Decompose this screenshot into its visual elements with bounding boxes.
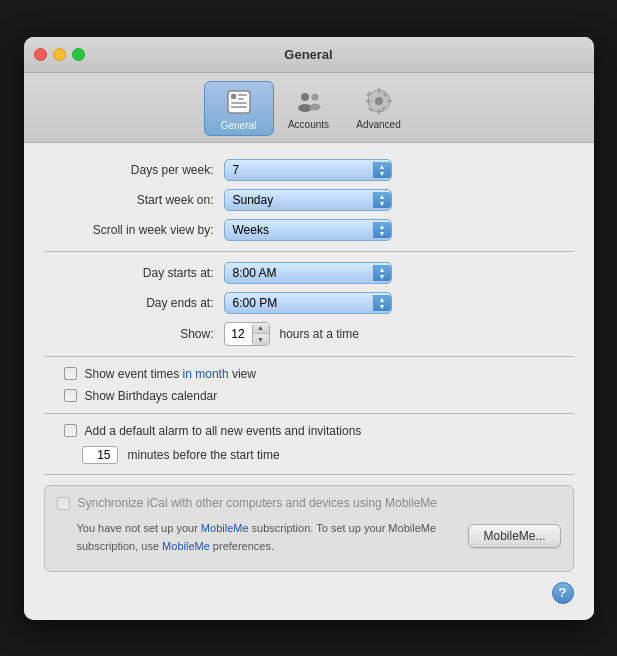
minutes-suffix: minutes before the start time xyxy=(128,448,280,462)
stepper-buttons: ▲ ▼ xyxy=(253,323,269,345)
days-per-week-row: Days per week: 7 ▲ ▼ xyxy=(44,159,574,181)
general-icon xyxy=(223,86,255,118)
day-ends-row: Day ends at: 6:00 PM ▲ ▼ xyxy=(44,292,574,314)
general-label: General xyxy=(221,120,257,131)
accounts-icon xyxy=(293,85,325,117)
help-button[interactable]: ? xyxy=(552,582,574,604)
minimize-button[interactable] xyxy=(53,48,66,61)
arrow-down-icon: ▼ xyxy=(379,303,386,310)
show-label: Show: xyxy=(44,327,224,341)
svg-point-11 xyxy=(375,97,383,105)
add-alarm-label: Add a default alarm to all new events an… xyxy=(85,424,362,438)
divider-2 xyxy=(44,356,574,357)
start-week-arrows[interactable]: ▲ ▼ xyxy=(373,192,391,208)
mobileme-highlight-1: MobileMe xyxy=(201,522,249,534)
advanced-icon xyxy=(363,85,395,117)
alarm-minutes-row: minutes before the start time xyxy=(44,446,574,464)
advanced-label: Advanced xyxy=(356,119,400,130)
hours-value: 12 xyxy=(225,325,253,343)
start-week-select[interactable]: Sunday ▲ ▼ xyxy=(224,189,392,211)
sync-checkbox[interactable] xyxy=(57,497,70,510)
arrow-up-icon: ▲ xyxy=(379,163,386,170)
day-starts-select[interactable]: 8:00 AM ▲ ▼ xyxy=(224,262,392,284)
toolbar-item-general[interactable]: General xyxy=(204,81,274,136)
close-button[interactable] xyxy=(34,48,47,61)
svg-rect-15 xyxy=(387,100,392,102)
day-starts-label: Day starts at: xyxy=(44,266,224,280)
show-hours-control: 12 ▲ ▼ hours at a time xyxy=(224,322,359,346)
day-starts-control: 8:00 AM ▲ ▼ xyxy=(224,262,392,284)
scroll-week-control: Weeks ▲ ▼ xyxy=(224,219,392,241)
day-starts-arrows[interactable]: ▲ ▼ xyxy=(373,265,391,281)
start-week-value: Sunday xyxy=(233,193,373,207)
show-birthdays-checkbox[interactable] xyxy=(64,389,77,402)
divider-1 xyxy=(44,251,574,252)
help-row: ? xyxy=(44,582,574,604)
show-event-times-label: Show event times in month view xyxy=(85,367,256,381)
svg-rect-1 xyxy=(231,94,236,99)
mobileme-info-row: You have not set up your MobileMe subscr… xyxy=(57,518,561,555)
mobileme-section: Synchronize iCal with other computers an… xyxy=(44,485,574,572)
toolbar-item-accounts[interactable]: Accounts xyxy=(274,81,344,136)
svg-rect-4 xyxy=(231,102,247,104)
add-alarm-row: Add a default alarm to all new events an… xyxy=(44,424,574,438)
divider-4 xyxy=(44,474,574,475)
arrow-down-icon: ▼ xyxy=(379,230,386,237)
hours-stepper[interactable]: 12 ▲ ▼ xyxy=(224,322,270,346)
scroll-week-arrows[interactable]: ▲ ▼ xyxy=(373,222,391,238)
days-per-week-arrows[interactable]: ▲ ▼ xyxy=(373,162,391,178)
start-week-row: Start week on: Sunday ▲ ▼ xyxy=(44,189,574,211)
svg-point-9 xyxy=(309,103,320,110)
days-per-week-control: 7 ▲ ▼ xyxy=(224,159,392,181)
arrow-down-icon: ▼ xyxy=(379,200,386,207)
day-ends-select[interactable]: 6:00 PM ▲ ▼ xyxy=(224,292,392,314)
accounts-label: Accounts xyxy=(288,119,329,130)
sync-label: Synchronize iCal with other computers an… xyxy=(78,496,438,510)
scroll-week-label: Scroll in week view by: xyxy=(44,223,224,237)
toolbar-item-advanced[interactable]: Advanced xyxy=(344,81,414,136)
hours-suffix: hours at a time xyxy=(280,327,359,341)
svg-rect-12 xyxy=(378,88,380,93)
toolbar: General Accounts xyxy=(24,73,594,143)
svg-rect-3 xyxy=(238,98,244,100)
day-ends-arrows[interactable]: ▲ ▼ xyxy=(373,295,391,311)
scroll-week-value: Weeks xyxy=(233,223,373,237)
arrow-up-icon: ▲ xyxy=(379,266,386,273)
days-per-week-select[interactable]: 7 ▲ ▼ xyxy=(224,159,392,181)
window-title: General xyxy=(284,47,332,62)
in-month-highlight: in month xyxy=(183,367,229,381)
arrow-up-icon: ▲ xyxy=(379,223,386,230)
day-ends-control: 6:00 PM ▲ ▼ xyxy=(224,292,392,314)
minutes-input[interactable] xyxy=(82,446,118,464)
arrow-down-icon: ▼ xyxy=(379,273,386,280)
start-week-control: Sunday ▲ ▼ xyxy=(224,189,392,211)
scroll-week-select[interactable]: Weeks ▲ ▼ xyxy=(224,219,392,241)
mobileme-highlight-2: MobileMe xyxy=(162,540,210,552)
show-event-times-row: Show event times in month view xyxy=(44,367,574,381)
days-per-week-label: Days per week: xyxy=(44,163,224,177)
stepper-down-button[interactable]: ▼ xyxy=(253,334,269,345)
arrow-up-icon: ▲ xyxy=(379,296,386,303)
start-week-label: Start week on: xyxy=(44,193,224,207)
show-event-times-checkbox[interactable] xyxy=(64,367,77,380)
content-area: Days per week: 7 ▲ ▼ Start week on: Sund… xyxy=(24,143,594,620)
window-buttons xyxy=(34,48,85,61)
mobileme-text-block: You have not set up your MobileMe subscr… xyxy=(77,518,469,555)
svg-rect-5 xyxy=(231,106,247,108)
stepper-up-button[interactable]: ▲ xyxy=(253,323,269,334)
svg-point-8 xyxy=(311,93,318,100)
title-bar: General xyxy=(24,37,594,73)
svg-rect-13 xyxy=(378,109,380,114)
show-birthdays-label: Show Birthdays calendar xyxy=(85,389,218,403)
arrow-up-icon: ▲ xyxy=(379,193,386,200)
show-hours-row: Show: 12 ▲ ▼ hours at a time xyxy=(44,322,574,346)
day-ends-label: Day ends at: xyxy=(44,296,224,310)
scroll-week-row: Scroll in week view by: Weeks ▲ ▼ xyxy=(44,219,574,241)
add-alarm-checkbox[interactable] xyxy=(64,424,77,437)
mobileme-info-text: You have not set up your MobileMe subscr… xyxy=(77,522,437,553)
maximize-button[interactable] xyxy=(72,48,85,61)
day-ends-value: 6:00 PM xyxy=(233,296,373,310)
divider-3 xyxy=(44,413,574,414)
mobileme-button[interactable]: MobileMe... xyxy=(468,524,560,548)
svg-point-6 xyxy=(301,93,309,101)
